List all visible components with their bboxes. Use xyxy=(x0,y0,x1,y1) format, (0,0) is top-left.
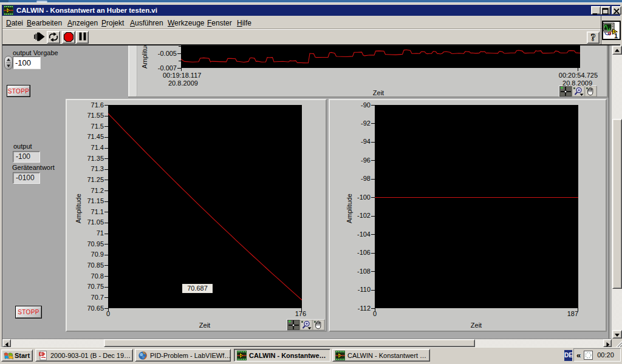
svg-text:Amplitude: Amplitude xyxy=(141,46,148,69)
svg-text:1: 1 xyxy=(614,32,618,39)
svg-text:Amplitude: Amplitude xyxy=(75,194,82,223)
svg-text:Amplitude: Amplitude xyxy=(346,194,353,223)
svg-text:?: ? xyxy=(591,32,596,42)
